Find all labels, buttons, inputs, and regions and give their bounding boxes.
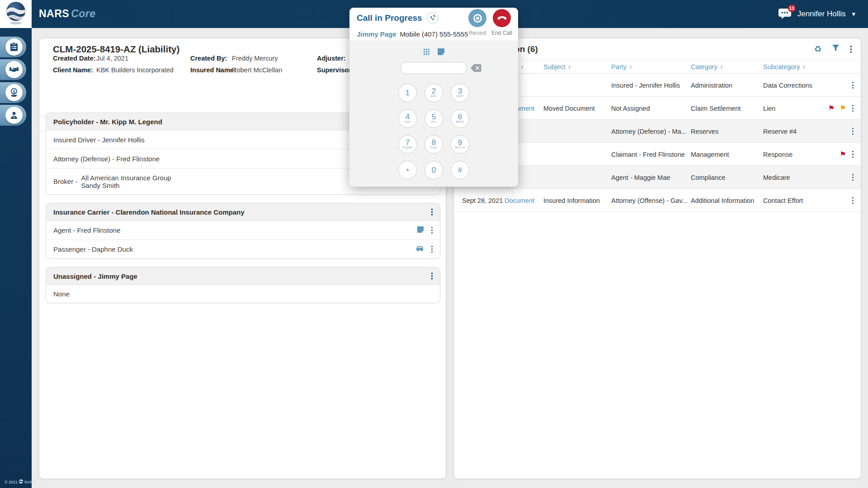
- handshake-icon: [5, 61, 23, 78]
- svg-text:$: $: [13, 89, 15, 94]
- red-flag-icon[interactable]: ⚑: [828, 105, 835, 112]
- party-row-label: Passenger - Daphne Duck: [53, 245, 133, 253]
- footer-logo-icon: [19, 479, 23, 484]
- left-sidebar: $: [0, 28, 32, 488]
- chat-bubble-icon: [778, 14, 792, 21]
- column-header-category[interactable]: Category▲▼: [691, 60, 723, 74]
- key-5[interactable]: 5JKL: [425, 109, 443, 128]
- messages-button[interactable]: 13: [778, 8, 792, 20]
- note-icon[interactable]: [437, 48, 445, 57]
- kebab-menu-icon[interactable]: [851, 81, 855, 90]
- sidebar-item-financials[interactable]: $: [0, 82, 26, 103]
- dial-number-input[interactable]: [401, 62, 467, 74]
- column-header-hidden-type[interactable]: ▲▼: [518, 60, 524, 74]
- field-value-created-by: Freddy Mercury: [232, 55, 278, 62]
- table-row[interactable]: Sept 28, 2021 Document Insured Informati…: [454, 189, 861, 212]
- sidebar-item-partners[interactable]: [0, 59, 26, 80]
- end-call-button[interactable]: [493, 9, 511, 27]
- key-1[interactable]: 1: [398, 84, 417, 102]
- kebab-menu-icon[interactable]: [851, 150, 855, 159]
- car-icon[interactable]: [415, 245, 424, 253]
- document-link[interactable]: Document: [505, 189, 534, 212]
- party-group-unassigned: Unassigned - Jimmy Page None: [46, 267, 440, 303]
- field-label-client-name: Client Name:: [53, 66, 93, 74]
- field-label-adjuster: Adjuster:: [317, 55, 346, 62]
- key-0[interactable]: 0: [425, 161, 443, 179]
- kebab-menu-icon[interactable]: [851, 196, 855, 205]
- field-label-supervisor: Supervisor:: [317, 66, 354, 74]
- user-menu[interactable]: Jennifer Hollis: [797, 9, 846, 19]
- active-call-icon: [426, 12, 439, 24]
- kebab-menu-icon[interactable]: [430, 226, 434, 235]
- footer-year: © 2021: [5, 480, 18, 484]
- key-7[interactable]: 7PQRS: [398, 135, 417, 154]
- caller-phone: Mobile (407) 555-5555: [400, 30, 468, 38]
- footer-brand: NARS: [24, 480, 36, 484]
- kebab-menu-icon[interactable]: [430, 207, 434, 216]
- refresh-recycle-icon[interactable]: ♻: [814, 45, 821, 53]
- kebab-menu-icon[interactable]: [851, 127, 855, 136]
- party-row-label: Attorney (Defense) - Fred Flinstone: [53, 155, 160, 163]
- app-logo[interactable]: [0, 0, 32, 28]
- cell-subject: Moved Document: [543, 97, 595, 120]
- field-label-insured-name: Insured Name:: [190, 66, 236, 74]
- globe-logo-icon: [5, 1, 27, 27]
- brand-core: Core: [71, 8, 95, 19]
- yellow-flag-icon[interactable]: ⚑: [840, 105, 846, 112]
- backspace-icon[interactable]: [471, 64, 481, 72]
- cell-subcategory: Contact Effort: [763, 189, 803, 212]
- red-flag-icon[interactable]: ⚑: [840, 151, 846, 158]
- cell-subcategory: Response: [763, 143, 793, 166]
- column-header-party[interactable]: Party▲▼: [611, 60, 632, 74]
- key-4[interactable]: 4GHI: [398, 109, 417, 128]
- key-hash[interactable]: #: [451, 161, 469, 179]
- cell-party: Attorney (Offense) - Gav...: [611, 189, 688, 212]
- end-call-label: End Call: [489, 30, 514, 36]
- record-button[interactable]: [468, 9, 486, 27]
- party-row[interactable]: Passenger - Daphne Duck: [46, 239, 440, 258]
- kebab-menu-icon[interactable]: [430, 272, 434, 281]
- party-group-insurance-carrier: Insurance Carrier - Clarendon National I…: [46, 203, 440, 259]
- cell-category: Administration: [691, 74, 732, 97]
- group-header-insurance-carrier: Insurance Carrier - Clarendon National I…: [53, 208, 245, 216]
- cell-category: Management: [691, 143, 729, 166]
- kebab-menu-icon[interactable]: [851, 104, 855, 113]
- caller-name-link[interactable]: Jimmy Page: [357, 30, 396, 38]
- dialpad-icon[interactable]: [423, 48, 430, 57]
- kebab-menu-icon[interactable]: [849, 45, 853, 54]
- dialpad-keys: 1 2ABC 3DEF 4GHI 5JKL 6MNO 7PQRS 8TUV 9W…: [398, 84, 469, 179]
- column-header-subject[interactable]: Subject▲▼: [543, 60, 571, 74]
- field-value-insured-name: Robert McClellan: [232, 66, 282, 74]
- footer-copyright: © 2021 NARS: [5, 479, 36, 484]
- party-row: None: [46, 285, 440, 303]
- key-8[interactable]: 8TUV: [425, 135, 443, 154]
- field-label-created-date: Created Date:: [53, 55, 95, 62]
- record-label: Record: [465, 30, 490, 36]
- party-row[interactable]: Agent - Fred Flinstone: [46, 221, 440, 239]
- key-9[interactable]: 9WXYZ: [451, 135, 469, 154]
- cell-subcategory: Lien: [763, 97, 775, 120]
- chevron-down-icon[interactable]: ▾: [852, 10, 855, 18]
- clipboard-list-icon: [5, 38, 23, 56]
- cell-party: Not Assigned: [611, 97, 650, 120]
- key-2[interactable]: 2ABC: [425, 84, 443, 102]
- broker-label: Broker -: [53, 178, 77, 185]
- cell-party: Claimant - Fred Flinstone: [611, 143, 685, 166]
- sidebar-item-contacts[interactable]: [0, 105, 26, 126]
- broker-line-company: All American Insurance Group: [81, 174, 171, 182]
- key-6[interactable]: 6MNO: [451, 109, 469, 128]
- end-call-icon: [497, 12, 507, 24]
- kebab-menu-icon[interactable]: [851, 173, 855, 182]
- cell-category: Compliance: [691, 166, 726, 189]
- note-icon[interactable]: [417, 226, 424, 235]
- cell-party: Attorney (Defense) - Ma...: [611, 120, 687, 143]
- kebab-menu-icon[interactable]: [430, 245, 434, 254]
- key-star[interactable]: *: [398, 161, 417, 179]
- cell-date: Sept 28, 2021: [462, 189, 503, 212]
- sidebar-item-claims[interactable]: [0, 37, 26, 57]
- key-3[interactable]: 3DEF: [451, 84, 469, 102]
- call-modal-body: 1 2ABC 3DEF 4GHI 5JKL 6MNO 7PQRS 8TUV 9W…: [349, 40, 518, 187]
- filter-icon[interactable]: [832, 45, 840, 53]
- app-screen: NARSCore 13 Jennifer Hollis ▾: [0, 0, 868, 488]
- column-header-subcategory[interactable]: Subcategory▲▼: [763, 60, 806, 74]
